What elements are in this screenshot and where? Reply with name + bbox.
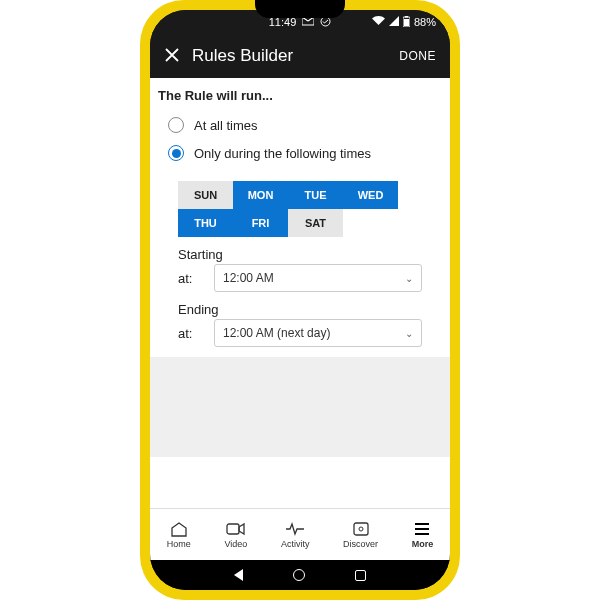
radio-icon-selected [168,145,184,161]
nav-label: Video [224,539,247,549]
at-label: at: [178,326,202,341]
content-area: The Rule will run... At all times Only d… [150,78,450,508]
ending-row: at: 12:00 AM (next day) ⌄ [178,319,422,347]
starting-row: at: 12:00 AM ⌄ [178,264,422,292]
starting-time-value: 12:00 AM [223,271,274,285]
android-back-icon[interactable] [234,569,243,581]
day-fri[interactable]: FRI [233,209,288,237]
nav-video[interactable]: Video [224,521,247,549]
ending-time-value: 12:00 AM (next day) [223,326,330,340]
radio-icon [168,117,184,133]
home-icon [169,521,189,537]
phone-case: 11:49 88% [140,0,460,600]
android-home-icon[interactable] [293,569,305,581]
app-header: Rules Builder DONE [150,34,450,78]
nav-label: Discover [343,539,378,549]
bottom-nav: Home Video Activity Discover [150,508,450,560]
nav-label: Home [167,539,191,549]
android-recent-icon[interactable] [355,570,366,581]
nav-label: Activity [281,539,310,549]
radio-dot [172,149,181,158]
done-button[interactable]: DONE [399,49,436,63]
close-icon[interactable] [164,46,180,66]
starting-time-select[interactable]: 12:00 AM ⌄ [214,264,422,292]
section-title: The Rule will run... [150,78,450,111]
phone-screen: 11:49 88% [150,10,450,590]
day-wed[interactable]: WED [343,181,398,209]
svg-rect-5 [354,523,368,535]
nav-label: More [412,539,434,549]
svg-point-6 [359,527,363,531]
radio-only-times[interactable]: Only during the following times [150,139,450,167]
ending-label: Ending [178,302,422,317]
radio-label: Only during the following times [194,146,371,161]
svg-rect-4 [227,524,239,534]
discover-icon [351,521,371,537]
nav-discover[interactable]: Discover [343,521,378,549]
day-tue[interactable]: TUE [288,181,343,209]
day-selector: SUN MON TUE WED THU FRI SAT [178,181,422,237]
android-nav-bar [150,560,450,590]
ending-block: Ending at: 12:00 AM (next day) ⌄ [178,302,422,347]
starting-block: Starting at: 12:00 AM ⌄ [178,247,422,292]
starting-label: Starting [178,247,422,262]
activity-icon [285,521,305,537]
radio-all-times[interactable]: At all times [150,111,450,139]
nav-home[interactable]: Home [167,521,191,549]
day-sun[interactable]: SUN [178,181,233,209]
nav-activity[interactable]: Activity [281,521,310,549]
radio-label: At all times [194,118,258,133]
chevron-down-icon: ⌄ [405,273,413,284]
day-thu[interactable]: THU [178,209,233,237]
notch [255,0,345,18]
more-icon [412,521,432,537]
at-label: at: [178,271,202,286]
day-mon[interactable]: MON [233,181,288,209]
video-icon [226,521,246,537]
ending-time-select[interactable]: 12:00 AM (next day) ⌄ [214,319,422,347]
page-title: Rules Builder [192,46,387,66]
chevron-down-icon: ⌄ [405,328,413,339]
empty-area [150,357,450,457]
nav-more[interactable]: More [412,521,434,549]
day-sat[interactable]: SAT [288,209,343,237]
